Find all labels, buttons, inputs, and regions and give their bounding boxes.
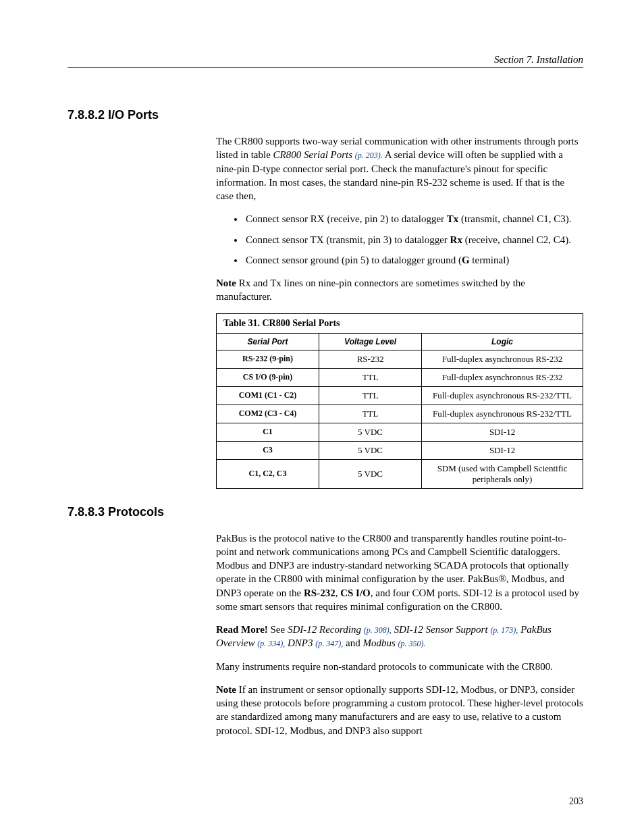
page-ref-350[interactable]: (p. 350). <box>398 639 426 648</box>
table-row: C35 VDCSDI-12 <box>217 441 583 459</box>
protocols-intro: PakBus is the protocol native to the CR8… <box>216 531 583 614</box>
page-ref-203[interactable]: (p. 203). <box>355 151 383 160</box>
page-ref-308[interactable]: (p. 308), <box>364 625 392 635</box>
table-row: C1, C2, C35 VDCSDM (used with Campbell S… <box>217 459 583 488</box>
protocols-nonstandard: Many instruments require non-standard pr… <box>216 660 583 673</box>
io-ports-intro: The CR800 supports two-way serial commun… <box>216 134 583 203</box>
io-ports-bullets: Connect sensor RX (receive, pin 2) to da… <box>216 212 583 267</box>
page: Section 7. Installation 7.8.8.2 I/O Port… <box>0 0 644 834</box>
section-heading-protocols: 7.8.8.3 Protocols <box>68 505 583 519</box>
serial-ports-table: Table 31. CR800 Serial Ports Serial Port… <box>216 313 583 489</box>
header-text: Section 7. Installation <box>494 54 583 65</box>
table-row: COM2 (C3 - C4)TTLFull-duplex asynchronou… <box>217 405 583 423</box>
cross-ref-serial-ports: CR800 Serial Ports (p. 203). <box>273 149 383 160</box>
col-voltage: Voltage Level <box>319 333 422 350</box>
protocols-note: Note If an instrument or sensor optional… <box>216 683 583 737</box>
table-row: COM1 (C1 - C2)TTLFull-duplex asynchronou… <box>217 386 583 405</box>
page-ref-347[interactable]: (p. 347), <box>315 639 343 648</box>
col-logic: Logic <box>422 333 583 350</box>
table-row: C15 VDCSDI-12 <box>217 423 583 441</box>
table-header-row: Serial Port Voltage Level Logic <box>217 333 583 350</box>
page-ref-334[interactable]: (p. 334), <box>257 639 285 648</box>
ref-modbus: Modbus (p. 350). <box>363 637 425 648</box>
table-title: Table 31. CR800 Serial Ports <box>217 313 583 333</box>
table-row: RS-232 (9-pin)RS-232Full-duplex asynchro… <box>217 350 583 368</box>
io-ports-note: Note Rx and Tx lines on nine-pin connect… <box>216 276 583 304</box>
page-ref-173[interactable]: (p. 173), <box>490 625 518 635</box>
protocols-body: PakBus is the protocol native to the CR8… <box>216 531 583 737</box>
io-ports-body: The CR800 supports two-way serial commun… <box>216 134 583 489</box>
bullet-ground: Connect sensor ground (pin 5) to datalog… <box>244 253 583 267</box>
table-title-row: Table 31. CR800 Serial Ports <box>217 313 583 333</box>
protocols-readmore: Read More! See SDI-12 Recording (p. 308)… <box>216 623 583 650</box>
bullet-tx: Connect sensor TX (transmit, pin 3) to d… <box>244 233 583 246</box>
bullet-rx: Connect sensor RX (receive, pin 2) to da… <box>244 212 583 226</box>
page-header: Section 7. Installation <box>68 54 583 68</box>
col-serial-port: Serial Port <box>217 333 319 350</box>
table-row: CS I/O (9-pin)TTLFull-duplex asynchronou… <box>217 368 583 386</box>
section-heading-io-ports: 7.8.8.2 I/O Ports <box>68 108 583 122</box>
page-number: 203 <box>569 796 583 807</box>
